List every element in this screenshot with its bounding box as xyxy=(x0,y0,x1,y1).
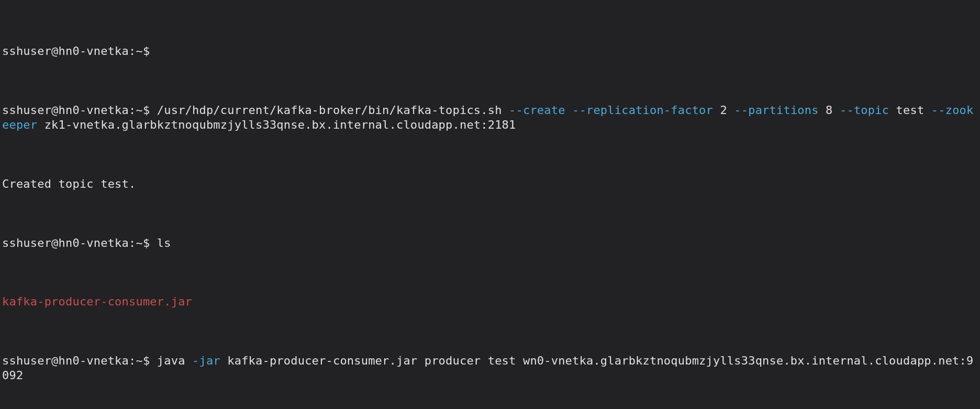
command-text: /usr/hdp/current/kafka-broker/bin/kafka-… xyxy=(157,104,509,117)
output-created-topic: Created topic test. xyxy=(2,177,978,191)
ls-output-file: kafka-producer-consumer.jar xyxy=(2,294,978,309)
file-name: kafka-producer-consumer.jar xyxy=(2,295,192,308)
cli-flag: --topic xyxy=(840,104,889,117)
shell-prompt: sshuser@hn0-vnetka:~$ xyxy=(2,44,157,58)
shell-prompt: sshuser@hn0-vnetka:~$ xyxy=(2,104,157,117)
shell-prompt: sshuser@hn0-vnetka:~$ xyxy=(2,354,157,367)
cli-flag: --replication-factor xyxy=(572,104,713,117)
cli-flag: --partitions xyxy=(734,104,818,117)
command-create-topic: sshuser@hn0-vnetka:~$ /usr/hdp/current/k… xyxy=(2,103,978,132)
command-text: java xyxy=(157,354,192,367)
cli-flag: --create xyxy=(509,104,565,117)
command-ls: sshuser@hn0-vnetka:~$ ls xyxy=(2,236,978,251)
cli-flag: -jar xyxy=(192,354,220,367)
prompt-line-top: sshuser@hn0-vnetka:~$ xyxy=(2,44,978,59)
shell-prompt: sshuser@hn0-vnetka:~$ xyxy=(2,236,157,249)
command-java-producer: sshuser@hn0-vnetka:~$ java -jar kafka-pr… xyxy=(2,354,978,383)
command-text: ls xyxy=(157,236,171,249)
terminal-output[interactable]: sshuser@hn0-vnetka:~$ sshuser@hn0-vnetka… xyxy=(0,0,980,409)
